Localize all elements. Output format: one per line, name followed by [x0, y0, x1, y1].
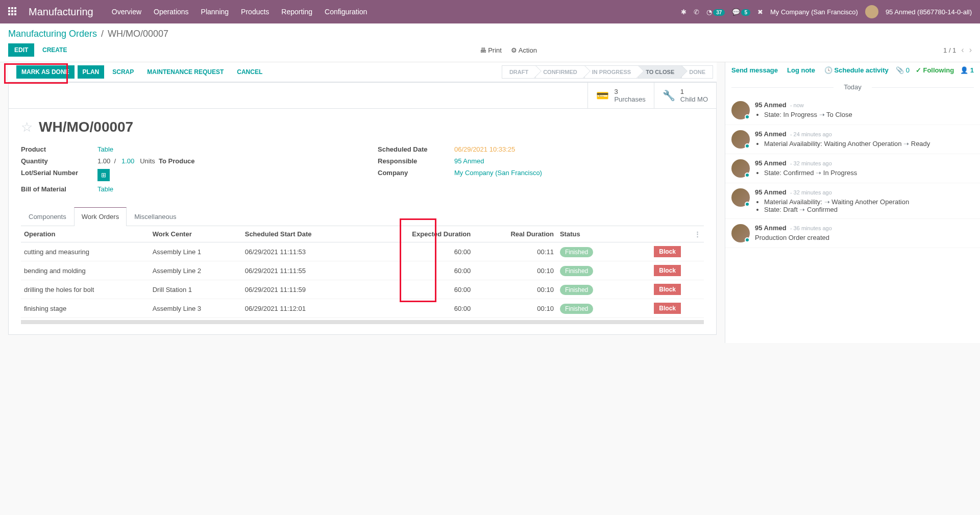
status-badge: Finished — [560, 304, 593, 314]
cancel-button[interactable]: CANCEL — [232, 65, 267, 79]
avatar[interactable] — [865, 5, 878, 18]
lot-label: Lot/Serial Number — [21, 169, 97, 181]
wrench-icon: 🔧 — [663, 89, 675, 102]
col-exp[interactable]: Expected Duration — [364, 226, 474, 242]
menu-planning[interactable]: Planning — [201, 8, 229, 16]
maintenance-button[interactable]: MAINTENANCE REQUEST — [142, 65, 229, 79]
tools-icon[interactable]: ✖ — [757, 8, 763, 16]
timer-badge: 37 — [713, 9, 725, 16]
bom-label: Bill of Material — [21, 185, 97, 193]
action-button[interactable]: ⚙ Action — [511, 46, 537, 54]
chatter-message: 95 Anmed - 24 minutes ago Material Avail… — [725, 125, 980, 154]
status-bar: DRAFT CONFIRMED IN PROGRESS TO CLOSE DON… — [502, 65, 713, 79]
message-author[interactable]: 95 Anmed — [755, 159, 787, 167]
log-note[interactable]: Log note — [787, 66, 815, 74]
phone-icon[interactable]: ✆ — [694, 8, 699, 16]
app-title[interactable]: Manufacturing — [29, 6, 93, 18]
status-draft[interactable]: DRAFT — [502, 65, 536, 79]
chatter-top: Send message Log note 🕓 Schedule activit… — [725, 62, 980, 78]
company-switcher[interactable]: My Company (San Francisco) — [770, 8, 858, 16]
menu-operations[interactable]: Operations — [154, 8, 188, 16]
user-menu[interactable]: 95 Anmed (8567780-14-0-all) — [886, 8, 972, 16]
action-bar: MARK AS DONE PLAN SCRAP MAINTENANCE REQU… — [8, 62, 717, 82]
grid-options-icon[interactable]: ⋮ — [694, 230, 701, 238]
menu-products[interactable]: Products — [241, 8, 269, 16]
table-row[interactable]: bending and molding Assembly Line 2 06/2… — [21, 261, 704, 280]
menu-configuration[interactable]: Configuration — [325, 8, 367, 16]
block-button[interactable]: Block — [654, 284, 681, 295]
pager: 1 / 1 ‹ › — [943, 45, 972, 55]
followers-count[interactable]: 👤 1 — [960, 66, 974, 74]
comp-value[interactable]: My Company (San Francisco) — [454, 169, 542, 177]
following-button[interactable]: ✓ Following — [916, 66, 954, 74]
messages-icon[interactable]: 💬5 — [732, 8, 750, 16]
breadcrumb: Manufacturing Orders / WH/MO/00007 — [8, 29, 972, 39]
msg-badge: 5 — [741, 9, 750, 16]
apps-icon[interactable] — [8, 7, 18, 17]
main-menu: Overview Operations Planning Products Re… — [112, 8, 681, 16]
plan-button[interactable]: PLAN — [78, 65, 105, 79]
col-start[interactable]: Scheduled Start Date — [242, 226, 365, 242]
tab-components[interactable]: Components — [21, 207, 74, 226]
attachments[interactable]: 📎 0 — [896, 66, 910, 74]
message-author[interactable]: 95 Anmed — [755, 188, 787, 196]
svg-rect-1 — [11, 7, 13, 9]
qty-produced[interactable]: 1.00 — [121, 157, 134, 165]
svg-rect-2 — [14, 7, 16, 9]
stat-child-mo[interactable]: 🔧 1Child MO — [654, 83, 716, 108]
menu-reporting[interactable]: Reporting — [281, 8, 312, 16]
presence-icon — [745, 143, 750, 149]
mark-done-button[interactable]: MARK AS DONE — [16, 65, 75, 79]
chatter: Send message Log note 🕓 Schedule activit… — [725, 62, 980, 343]
stat-purchases[interactable]: 💳 3Purchases — [587, 83, 653, 108]
card-icon: 💳 — [596, 89, 609, 102]
table-row[interactable]: finishing stage Assembly Line 3 06/29/20… — [21, 299, 704, 318]
sched-label: Scheduled Date — [378, 145, 454, 153]
scrap-button[interactable]: SCRAP — [107, 65, 139, 79]
block-button[interactable]: Block — [654, 303, 681, 314]
bom-value[interactable]: Table — [97, 185, 113, 193]
bug-icon[interactable]: ✱ — [681, 8, 687, 16]
col-real[interactable]: Real Duration — [474, 226, 557, 242]
block-button[interactable]: Block — [654, 246, 681, 257]
presence-icon — [745, 173, 750, 178]
table-row[interactable]: cutting and measuring Assembly Line 1 06… — [21, 242, 704, 261]
svg-rect-0 — [8, 7, 10, 9]
message-author[interactable]: 95 Anmed — [755, 224, 787, 232]
table-row[interactable]: drilling the holes for bolt Drill Statio… — [21, 280, 704, 299]
message-time: - 32 minutes ago — [790, 160, 832, 166]
edit-button[interactable]: EDIT — [8, 43, 34, 57]
chatter-message: 95 Anmed - 36 minutes ago Production Ord… — [725, 219, 980, 248]
timer-icon[interactable]: ◔37 — [706, 8, 725, 16]
menu-overview[interactable]: Overview — [112, 8, 141, 16]
print-button[interactable]: 🖶 Print — [480, 46, 502, 54]
send-message[interactable]: Send message — [731, 66, 778, 74]
tab-work-orders[interactable]: Work Orders — [74, 207, 127, 226]
message-time: - now — [790, 102, 804, 108]
message-author[interactable]: 95 Anmed — [755, 101, 787, 109]
tab-misc[interactable]: Miscellaneous — [127, 207, 184, 226]
status-to-close[interactable]: TO CLOSE — [638, 65, 682, 79]
create-button[interactable]: CREATE — [36, 43, 73, 57]
favorite-star-icon[interactable]: ☆ — [21, 119, 33, 135]
lot-add-button[interactable]: ⊞ — [97, 169, 110, 181]
horizontal-scrollbar[interactable] — [21, 320, 704, 324]
product-value[interactable]: Table — [97, 145, 113, 153]
col-status[interactable]: Status — [557, 226, 623, 242]
message-author[interactable]: 95 Anmed — [755, 130, 787, 138]
form-area: MARK AS DONE PLAN SCRAP MAINTENANCE REQU… — [0, 62, 725, 343]
svg-rect-7 — [11, 13, 13, 15]
svg-rect-4 — [11, 10, 13, 12]
status-in-progress[interactable]: IN PROGRESS — [584, 65, 639, 79]
pager-prev[interactable]: ‹ — [961, 45, 964, 55]
block-button[interactable]: Block — [654, 265, 681, 276]
col-work-center[interactable]: Work Center — [150, 226, 242, 242]
col-operation[interactable]: Operation — [21, 226, 150, 242]
header-bar: Manufacturing Orders / WH/MO/00007 EDIT … — [0, 23, 980, 62]
status-confirmed[interactable]: CONFIRMED — [535, 65, 585, 79]
chatter-message: 95 Anmed - 32 minutes ago Material Avail… — [725, 183, 980, 219]
breadcrumb-root[interactable]: Manufacturing Orders — [8, 29, 97, 39]
pager-next[interactable]: › — [969, 45, 972, 55]
resp-value[interactable]: 95 Anmed — [454, 157, 484, 165]
schedule-activity[interactable]: 🕓 Schedule activity — [824, 66, 889, 74]
